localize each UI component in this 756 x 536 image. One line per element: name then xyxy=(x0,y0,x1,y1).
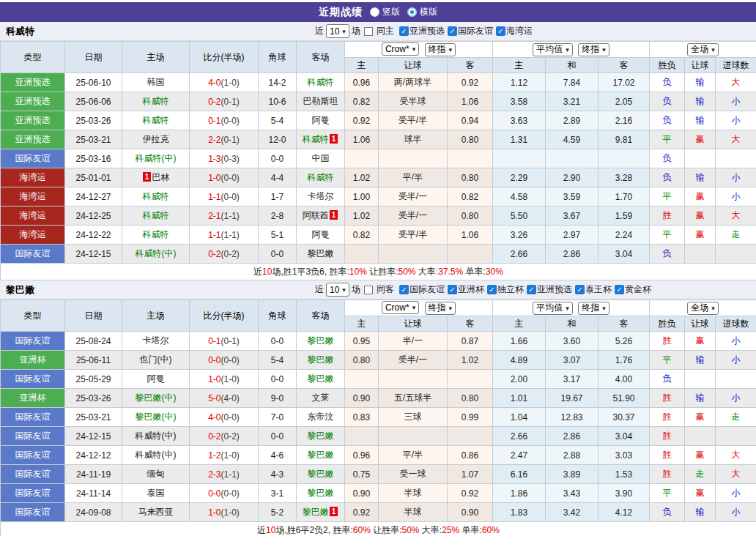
same-venue-checkbox[interactable] xyxy=(364,286,373,294)
type-cell: 国际友谊 xyxy=(1,484,65,503)
odds-away-cell: 0.87 xyxy=(448,332,493,351)
date-cell: 24-12-15 xyxy=(65,427,122,446)
checkbox-checked-icon[interactable]: ✓ xyxy=(615,285,624,294)
home-team-cell: 科威特(中) xyxy=(122,149,190,168)
fulltime-score: 0-2 xyxy=(208,431,220,442)
date-cell: 25-03-26 xyxy=(65,389,122,408)
checkbox-checked-icon[interactable]: ✓ xyxy=(399,285,409,294)
corner-cell: 0-0 xyxy=(259,370,297,389)
competition-filter[interactable]: ✓亚洲预选 xyxy=(399,25,445,37)
checkbox-checked-icon[interactable]: ✓ xyxy=(448,26,457,36)
avg-source-header: 平均值▾ 终指▾ xyxy=(493,300,650,316)
avg-away-cell: 3.03 xyxy=(598,446,650,465)
radio-horizontal[interactable]: 横版 xyxy=(407,6,437,18)
summary-line: 近10场,胜6平2负2, 胜率:60% 让胜率:50% 大率:25% 单率:60… xyxy=(1,522,756,536)
away-team-name: 黎巴嫩 xyxy=(308,469,334,479)
competition-filter[interactable]: ✓亚洲预选 xyxy=(527,283,572,296)
halftime-score: (0-0) xyxy=(221,192,240,202)
match-row: 海湾运 24-12-27 科威特 1-1(0-0) 1-7 卡塔尔 1.00 受… xyxy=(1,187,756,206)
radio-horizontal-selected-icon[interactable] xyxy=(407,7,417,17)
odds-home-cell: 0.92 xyxy=(345,111,379,130)
checkbox-checked-icon[interactable]: ✓ xyxy=(487,285,497,294)
col-header-avg-draw: 和 xyxy=(546,316,598,332)
match-count-select[interactable]: 10▾ xyxy=(326,24,349,38)
radio-vertical-icon[interactable] xyxy=(370,7,379,17)
odds-source-select[interactable]: Crow*▾ xyxy=(382,42,419,56)
home-team-cell: 科威特 xyxy=(122,92,190,111)
win-loss-result-cell: 负 xyxy=(650,245,685,264)
section-control-row: 科威特 近 10▾ 场 同主 ✓亚洲预选✓国际友谊✓海湾运 xyxy=(0,22,756,41)
match-row: 亚洲预选 25-06-06 科威特 0-2(0-1) 10-6 巴勒斯坦 0.8… xyxy=(1,92,756,111)
checkbox-checked-icon[interactable]: ✓ xyxy=(448,285,457,294)
avg-draw-cell: 2.86 xyxy=(546,245,598,264)
odds-time-select[interactable]: 终指▾ xyxy=(425,302,456,315)
away-red-card-badge: 1 xyxy=(330,210,338,220)
win-loss-result-cell: 胜 xyxy=(650,206,685,226)
home-team-cell: 黎巴嫩(中) xyxy=(122,408,190,427)
competition-filter[interactable]: ✓黄金杯 xyxy=(615,283,651,296)
type-cell: 亚洲预选 xyxy=(1,130,65,149)
avg-time-select[interactable]: 终指▾ xyxy=(578,302,609,315)
score-cell: 0-0(0-0) xyxy=(190,484,259,503)
handicap-cell: 受一球 xyxy=(379,465,448,484)
win-loss-result-cell: 胜 xyxy=(650,332,685,351)
win-loss-result-cell: 平 xyxy=(650,226,685,245)
win-loss-result-cell: 负 xyxy=(650,168,685,187)
odds-source-value: Crow* xyxy=(385,302,410,313)
checkbox-checked-icon[interactable]: ✓ xyxy=(399,26,409,36)
match-count-value: 10 xyxy=(330,285,339,295)
odds-source-select[interactable]: Crow*▾ xyxy=(382,301,419,314)
avg-source-select[interactable]: 平均值▾ xyxy=(533,302,573,315)
checkbox-checked-icon[interactable]: ✓ xyxy=(575,285,585,294)
odds-time-select[interactable]: 终指▾ xyxy=(425,43,456,56)
away-team-name: 阿联酋 xyxy=(303,210,329,220)
competition-filter[interactable]: ✓泰王杯 xyxy=(575,283,612,296)
checkbox-checked-icon[interactable]: ✓ xyxy=(496,26,505,36)
win-loss-result-cell: 负 xyxy=(650,92,685,111)
checkbox-checked-icon[interactable]: ✓ xyxy=(527,285,536,294)
odds-source-value: Crow* xyxy=(385,44,410,54)
home-team-name: 科威特(中) xyxy=(136,450,177,460)
avg-time-select[interactable]: 终指▾ xyxy=(578,43,609,56)
date-cell: 25-06-06 xyxy=(65,92,122,111)
fulltime-score: 0-1 xyxy=(208,116,220,126)
handicap-result-cell: 输 xyxy=(685,73,716,92)
away-team-name: 巴勒斯坦 xyxy=(303,96,338,106)
away-team-cell: 科威特1 xyxy=(297,130,345,149)
chevron-down-icon: ▾ xyxy=(711,46,715,53)
competition-filter[interactable]: ✓亚洲杯 xyxy=(448,283,484,296)
radio-vertical[interactable]: 竖版 xyxy=(370,6,400,18)
competition-filter[interactable]: ✓独立杯 xyxy=(487,283,524,296)
same-venue-checkbox[interactable] xyxy=(364,27,373,36)
match-count-select[interactable]: 10▾ xyxy=(326,283,349,297)
home-team-cell: 科威特 xyxy=(122,187,190,206)
handicap-cell: 半球 xyxy=(379,503,448,522)
col-header-handicap-result: 让球 xyxy=(685,58,716,73)
halftime-score: (0-1) xyxy=(221,135,240,145)
competition-filter[interactable]: ✓国际友谊 xyxy=(448,25,493,37)
odds-home-cell xyxy=(345,245,379,264)
handicap-result-cell: 赢 xyxy=(685,408,716,427)
win-loss-result-cell: 负 xyxy=(650,370,685,389)
date-cell: 25-03-21 xyxy=(65,130,122,149)
handicap-result-cell: 走 xyxy=(685,465,716,484)
avg-source-select[interactable]: 平均值▾ xyxy=(533,43,573,56)
odds-time-value: 终指 xyxy=(429,302,446,314)
date-cell: 25-03-26 xyxy=(65,111,122,130)
handicap-result-cell: 输 xyxy=(685,92,716,111)
col-header-odds-away: 客 xyxy=(448,58,493,73)
scope-select[interactable]: 全场▾ xyxy=(687,302,719,315)
col-header-home: 主场 xyxy=(122,300,190,332)
scope-select[interactable]: 全场▾ xyxy=(687,43,719,56)
halftime-score: (0-2) xyxy=(221,431,240,442)
corner-cell: 12-0 xyxy=(259,130,297,149)
handicap-cell: 受平/半 xyxy=(379,111,448,130)
competition-filter[interactable]: ✓国际友谊 xyxy=(399,283,445,296)
home-team-name: 科威特 xyxy=(143,191,169,201)
away-team-cell: 阿联酋1 xyxy=(297,206,345,226)
col-header-goals: 进球数 xyxy=(716,316,756,332)
col-header-score: 比分(半场) xyxy=(190,42,259,73)
competition-filter[interactable]: ✓海湾运 xyxy=(496,25,533,37)
match-row: 国际友谊 24-12-15 科威特(中) 0-2(0-2) 0-0 黎巴嫩 2.… xyxy=(1,427,756,446)
win-loss-result-cell: 平 xyxy=(650,130,685,149)
